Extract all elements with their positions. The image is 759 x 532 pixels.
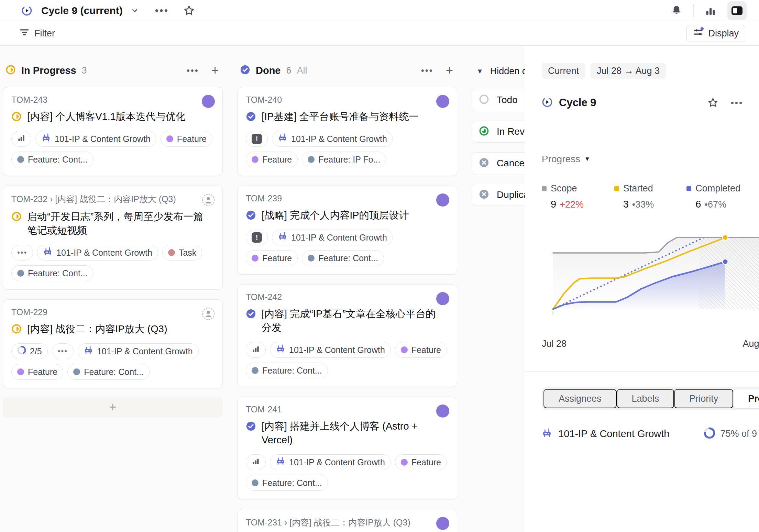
assignee-avatar[interactable] [436,404,449,418]
legend-value: 9 [551,199,556,210]
legend-value: 6 [695,199,701,210]
unassigned-avatar-icon[interactable] [202,307,215,320]
more-menu-button[interactable]: ••• [729,96,745,109]
project-badge[interactable]: 101-IP & Content Growth [270,454,391,470]
done-status-icon [240,65,250,76]
label-badge[interactable]: Feature: IP Fo... [302,152,386,167]
label-badge[interactable]: Feature [161,131,212,147]
assignee-avatar[interactable] [436,292,449,305]
assignee-avatar[interactable] [436,193,449,207]
project-progress-ring [704,427,715,440]
favorite-star-button[interactable] [181,3,197,19]
tab-labels[interactable]: Labels [617,389,674,408]
tab-assignees[interactable]: Assignees [543,389,617,408]
issue-title: [内容] 完成“IP基石”文章在全核心平台的分发 [262,307,445,334]
priority-bars-icon [17,134,25,144]
priority-badge[interactable] [246,454,266,470]
hidden-column-label: In Revi [497,126,525,137]
priority-badge[interactable]: ••• [11,245,33,261]
done-status-icon [246,210,256,222]
subtask-progress-badge[interactable]: 2/5 [11,343,48,359]
issue-id: TOM-243 [11,95,214,105]
page-title: Cycle 9 (current) [41,5,123,16]
column-add-button[interactable]: + [444,62,455,79]
project-badge[interactable]: 101-IP & Content Growth [78,343,199,359]
project-badge[interactable]: 101-IP & Content Growth [272,230,393,245]
unassigned-avatar-icon[interactable] [202,193,215,207]
project-icon [278,133,287,145]
project-badge[interactable]: 101-IP & Content Growth [272,131,393,147]
priority-badge[interactable]: ! [246,131,268,147]
insights-chart-button[interactable] [703,3,718,19]
notifications-bell-button[interactable] [669,3,684,19]
priority-badge[interactable] [246,342,266,358]
legend-label: Started [623,183,653,194]
column-more-button[interactable]: ••• [185,64,201,77]
chart-legend: Scope9+22%Started3•33%Completed6•67% [542,183,759,210]
project-row[interactable]: 101-IP & Content Growth 75% of 9 [542,427,759,440]
right-sidebar-toggle-button[interactable] [727,1,747,20]
todo-status-icon [479,94,489,106]
label-badge[interactable]: Feature: Cont... [67,364,150,380]
add-card-strip[interactable]: + [3,397,223,417]
issue-title: [内容] 战役二：内容IP放大 (Q3) [27,322,167,336]
issue-card[interactable]: TOM-240[IP基建] 全平台账号准备与资料统一!101-IP & Cont… [237,87,457,176]
display-sliders-icon [693,27,704,40]
issue-id: TOM-242 [246,292,449,302]
cycle-date-range: Jul 28 → Aug 3 [591,63,666,79]
label-badge[interactable]: Feature: Cont... [246,475,328,491]
label-badge[interactable]: Feature [246,152,298,167]
display-button[interactable]: Display [686,25,745,42]
issue-card[interactable]: TOM-231 › [内容] 战役二：内容IP放大 (Q3)将“基石文章”拆解为… [237,509,457,532]
breakdown-tabs: AssigneesLabelsPriorityProjects [542,387,759,410]
priority-badge[interactable]: ! [246,230,268,245]
project-badge[interactable]: 101-IP & Content Growth [35,131,156,147]
label-badge[interactable]: Feature: Cont... [11,152,94,167]
priority-badge[interactable]: ••• [52,343,74,359]
label-badge[interactable]: Feature: Cont... [11,265,94,281]
issue-card[interactable]: TOM-232 › [内容] 战役二：内容IP放大 (Q3)启动“开发日志”系列… [3,186,223,290]
project-icon [43,247,53,258]
hidden-column-row-duplica[interactable]: Duplica [472,184,525,206]
column-all-link[interactable]: All [297,65,307,76]
favorite-star-button[interactable] [705,95,720,110]
label-badge[interactable]: Task [162,245,202,261]
assignee-avatar[interactable] [436,95,449,108]
more-menu-button[interactable]: ••• [153,3,171,18]
label-badge[interactable]: Feature: Cont... [302,250,384,266]
legend-swatch [614,186,619,191]
project-badge[interactable]: 101-IP & Content Growth [37,245,158,261]
issue-card[interactable]: TOM-229[内容] 战役二：内容IP放大 (Q3)2/5•••101-IP … [3,299,223,388]
label-badge[interactable]: Feature [11,364,63,380]
hidden-column-row-todo[interactable]: Todo [472,89,525,111]
hidden-column-row-cance[interactable]: Cance [472,152,525,174]
project-badge[interactable]: 101-IP & Content Growth [270,342,391,358]
priority-badge[interactable] [11,131,31,147]
column-more-button[interactable]: ••• [419,64,436,77]
hidden-columns-header[interactable]: ▼ Hidden c [476,64,525,79]
assignee-avatar[interactable] [436,517,449,530]
issue-card[interactable]: TOM-241[内容] 搭建并上线个人博客 (Astro + Vercel)10… [237,397,457,499]
issue-card[interactable]: TOM-242[内容] 完成“IP基石”文章在全核心平台的分发101-IP & … [237,284,457,387]
in-progress-status-icon [6,65,16,76]
tab-priority[interactable]: Priority [674,389,733,408]
dropdown-triangle-icon: ▼ [584,156,590,163]
progress-dropdown[interactable]: Progress ▼ [542,154,759,165]
hidden-column-row-in revi[interactable]: In Revi [472,121,525,143]
label-badge[interactable]: Feature [395,342,447,358]
label-badge[interactable]: Feature [246,250,298,266]
label-badge[interactable]: Feature [395,454,447,470]
filter-button[interactable]: Filter [19,27,55,40]
label-badge[interactable]: Feature: Cont... [246,363,328,378]
issue-card[interactable]: TOM-239[战略] 完成个人内容IP的顶层设计!101-IP & Conte… [237,186,457,275]
done-status-icon [246,111,256,123]
in-progress-status-icon [11,211,22,237]
label-dot [17,270,24,277]
assignee-avatar[interactable] [202,95,215,108]
cancelled-status-icon [479,157,489,169]
tab-projects[interactable]: Projects [733,389,759,408]
issue-card[interactable]: TOM-243[内容] 个人博客V1.1版本迭代与优化101-IP & Cont… [3,87,223,176]
column-add-button[interactable]: + [209,62,221,79]
cancelled-status-icon [479,189,489,201]
chevron-down-icon[interactable] [128,4,141,17]
